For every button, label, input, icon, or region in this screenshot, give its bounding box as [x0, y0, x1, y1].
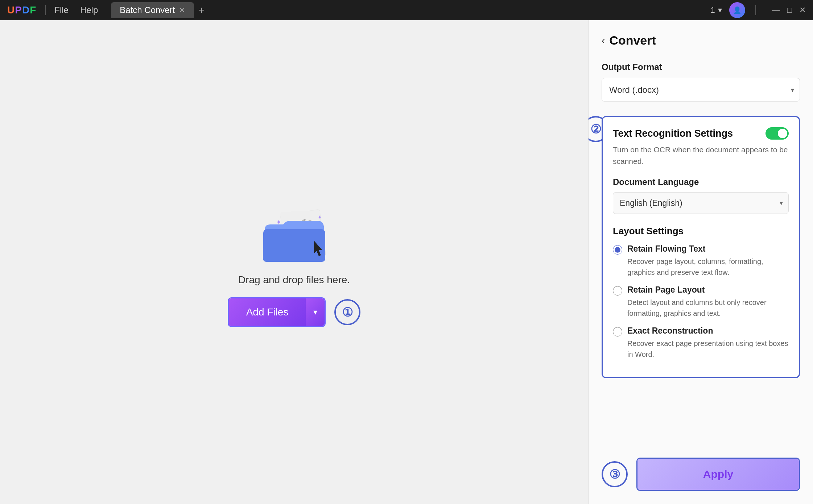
maximize-icon[interactable]: □: [787, 5, 792, 15]
add-files-dropdown-button[interactable]: ▾: [306, 298, 325, 326]
apply-section: ③ Apply: [589, 449, 813, 504]
layout-exact-label: Exact Reconstruction: [627, 326, 789, 336]
ocr-header: Text Recognition Settings: [613, 127, 789, 140]
titlebar: UPDF File Help Batch Convert ✕ + 1 ▾ 👤 —…: [0, 0, 813, 20]
right-panel: ‹ Convert Output Format Word (.docx) PDF…: [588, 20, 813, 504]
apply-btn-wrapper: Apply: [636, 458, 800, 491]
window-controls: — □ ✕: [772, 5, 806, 15]
folder-illustration: 1a ✦ ✦: [254, 197, 334, 263]
left-panel: 1a ✦ ✦ Drag and drop files here. Add Fil…: [0, 20, 588, 504]
minimize-icon[interactable]: —: [772, 5, 780, 15]
step3-badge: ③: [602, 461, 628, 487]
ocr-settings-box: Text Recognition Settings Turn on the OC…: [602, 116, 800, 378]
layout-option-flowing: Retain Flowing Text Recover page layout,…: [613, 244, 789, 278]
document-language-label: Document Language: [613, 177, 789, 187]
language-select[interactable]: English (English) French (Français) Germ…: [613, 192, 789, 214]
add-files-wrapper: Add Files ▾ ①: [228, 297, 361, 327]
ocr-description: Turn on the OCR when the document appear…: [613, 144, 789, 167]
output-format-wrapper: Word (.docx) PDF Excel PowerPoint ▾: [602, 78, 800, 102]
layout-radio-flowing[interactable]: [613, 245, 622, 255]
tab-label: Batch Convert: [120, 5, 175, 15]
main-content: 1a ✦ ✦ Drag and drop files here. Add Fil…: [0, 20, 813, 504]
titlebar-menu: File Help: [54, 5, 98, 15]
back-header: ‹ Convert: [602, 33, 800, 47]
svg-text:✦: ✦: [318, 214, 322, 220]
tab-add-icon[interactable]: +: [198, 4, 204, 16]
updf-logo: UPDF: [7, 4, 36, 16]
layout-page-label: Retain Page Layout: [627, 285, 789, 295]
layout-flowing-desc: Recover page layout, columns, formatting…: [627, 256, 789, 278]
ocr-settings-area: ② Text Recognition Settings Turn on the …: [602, 116, 800, 378]
avatar[interactable]: 👤: [729, 2, 745, 18]
menu-file[interactable]: File: [54, 5, 69, 15]
language-select-wrapper: English (English) French (Français) Germ…: [613, 192, 789, 214]
layout-exact-content: Exact Reconstruction Recover exact page …: [627, 326, 789, 360]
panel-title: Convert: [609, 33, 656, 47]
right-panel-inner: ‹ Convert Output Format Word (.docx) PDF…: [589, 20, 813, 449]
titlebar-tabs: Batch Convert ✕ +: [111, 2, 705, 18]
ocr-title: Text Recognition Settings: [613, 128, 733, 139]
drop-text: Drag and drop files here.: [238, 274, 350, 286]
step1-badge: ①: [334, 299, 360, 325]
apply-button[interactable]: Apply: [637, 459, 799, 490]
close-icon[interactable]: ✕: [799, 5, 806, 15]
output-format-label: Output Format: [602, 62, 800, 72]
svg-text:✦: ✦: [276, 219, 281, 226]
tab-batch-convert[interactable]: Batch Convert ✕: [111, 2, 194, 18]
layout-flowing-content: Retain Flowing Text Recover page layout,…: [627, 244, 789, 278]
layout-radio-page[interactable]: [613, 286, 622, 296]
add-files-btn-container: Add Files ▾: [228, 297, 326, 327]
divider-2: [755, 5, 756, 15]
menu-help[interactable]: Help: [80, 5, 98, 15]
layout-settings-title: Layout Settings: [613, 226, 789, 237]
ocr-toggle[interactable]: [765, 127, 789, 140]
drop-zone-content: 1a ✦ ✦ Drag and drop files here. Add Fil…: [228, 197, 361, 327]
layout-option-exact: Exact Reconstruction Recover exact page …: [613, 326, 789, 360]
titlebar-right: 1 ▾ 👤 — □ ✕: [710, 2, 806, 18]
back-arrow-icon[interactable]: ‹: [602, 35, 605, 46]
layout-option-page: Retain Page Layout Detect layout and col…: [613, 285, 789, 319]
layout-exact-desc: Recover exact page presentation using te…: [627, 338, 789, 360]
layout-flowing-label: Retain Flowing Text: [627, 244, 789, 254]
layout-page-content: Retain Page Layout Detect layout and col…: [627, 285, 789, 319]
layout-page-desc: Detect layout and columns but only recov…: [627, 297, 789, 319]
titlebar-divider: [45, 5, 46, 15]
user-count: 1 ▾: [710, 5, 722, 15]
add-files-button[interactable]: Add Files: [229, 298, 306, 326]
tab-close-icon[interactable]: ✕: [179, 6, 185, 15]
layout-radio-exact[interactable]: [613, 327, 622, 336]
output-format-select[interactable]: Word (.docx) PDF Excel PowerPoint: [602, 78, 800, 102]
